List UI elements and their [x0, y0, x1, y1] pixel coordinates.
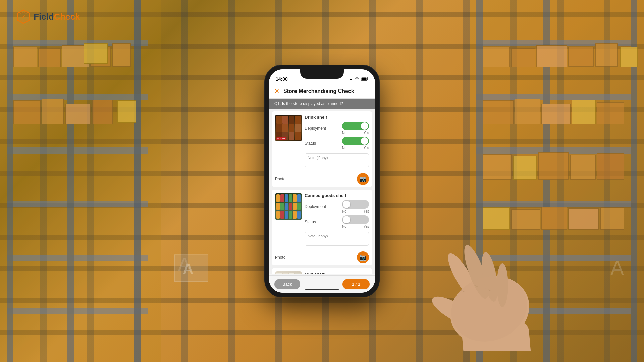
- svg-rect-16: [42, 99, 64, 124]
- drink-shelf-image: NESCAFÉ: [275, 115, 302, 141]
- svg-rect-8: [67, 0, 74, 362]
- status-no-drink: No: [342, 146, 346, 150]
- svg-rect-0: [0, 0, 161, 362]
- svg-rect-2: [7, 94, 148, 100]
- phone-notch: [300, 69, 344, 79]
- status-toggle-canned[interactable]: [342, 215, 369, 224]
- status-toggle-drink[interactable]: [342, 137, 369, 145]
- note-input-drink[interactable]: [305, 153, 369, 167]
- svg-rect-9: [134, 0, 141, 362]
- deployment-toggle-drink[interactable]: [342, 122, 369, 130]
- svg-rect-15: [13, 101, 40, 124]
- drink-shelf-card: NESCAFÉ Drink shelf Deployment: [272, 111, 372, 187]
- status-yes-drink: Yes: [364, 146, 369, 150]
- svg-rect-38: [515, 99, 540, 124]
- svg-text:A: A: [183, 261, 194, 277]
- note-input-canned[interactable]: [305, 232, 369, 246]
- svg-rect-29: [543, 0, 550, 362]
- phone-screen: 14:00 ▲: [269, 69, 375, 293]
- camera-icon-drink: 📷: [359, 175, 367, 183]
- svg-rect-1: [7, 40, 148, 46]
- canned-shelf-controls: Canned goods shelf Deployment: [305, 193, 369, 247]
- deployment-yes-drink: Yes: [364, 131, 369, 135]
- question-header: Q1. Is the store displayed as planned?: [269, 99, 375, 109]
- svg-rect-24: [476, 147, 631, 154]
- svg-rect-35: [595, 44, 617, 66]
- svg-rect-42: [483, 154, 512, 179]
- svg-rect-45: [570, 155, 595, 179]
- drink-shelf-controls: Drink shelf Deployment N: [305, 115, 369, 169]
- svg-rect-31: [483, 47, 510, 67]
- status-time: 14:00: [276, 76, 288, 82]
- svg-rect-6: [7, 308, 148, 314]
- photo-label-canned: Photo: [275, 255, 285, 260]
- svg-rect-60: [362, 77, 367, 80]
- status-yes-canned: Yes: [364, 225, 369, 228]
- status-no-canned: No: [342, 225, 346, 228]
- status-label-canned: Status: [305, 220, 316, 224]
- logo: ✓ FieldCheck: [16, 9, 80, 24]
- page-indicator: 1 / 1: [342, 279, 370, 289]
- svg-rect-46: [597, 154, 624, 179]
- svg-rect-49: [542, 207, 567, 230]
- svg-rect-48: [512, 209, 540, 230]
- svg-rect-47: [483, 208, 510, 230]
- svg-rect-21: [470, 0, 644, 362]
- app-header: ✕ Store Merchandising Check: [269, 84, 375, 99]
- status-icons: ▲: [349, 77, 368, 82]
- svg-rect-18: [92, 100, 112, 124]
- svg-rect-33: [537, 45, 567, 67]
- svg-rect-25: [476, 201, 631, 207]
- canned-shelf-image: [275, 193, 302, 220]
- svg-rect-54: [174, 255, 208, 282]
- content-scroll[interactable]: NESCAFÉ Drink shelf Deployment: [269, 109, 375, 274]
- svg-rect-37: [483, 101, 513, 124]
- status-label-drink: Status: [305, 141, 316, 146]
- svg-rect-50: [569, 208, 599, 230]
- svg-rect-20: [84, 44, 107, 64]
- svg-rect-5: [7, 255, 148, 261]
- logo-field-text: Field: [34, 12, 54, 22]
- svg-text:✓: ✓: [21, 14, 25, 19]
- milk-shelf-controls: Milk shelf Deployment No: [305, 272, 369, 274]
- back-button[interactable]: Back: [274, 279, 300, 289]
- svg-rect-32: [512, 49, 535, 67]
- nescafe-logo: NESCAFÉ: [276, 137, 286, 140]
- question-text: Q1. Is the store displayed as planned?: [274, 101, 343, 106]
- svg-rect-40: [572, 100, 595, 124]
- svg-rect-43: [513, 156, 537, 179]
- camera-button-canned[interactable]: 📷: [357, 251, 369, 263]
- home-indicator: [305, 289, 339, 290]
- camera-icon-canned: 📷: [359, 254, 367, 261]
- svg-rect-14: [112, 44, 131, 66]
- photo-row-drink: Photo 📷: [272, 171, 372, 187]
- phone-device: 14:00 ▲: [265, 65, 379, 297]
- svg-rect-3: [7, 147, 148, 154]
- photo-row-canned: Photo 📷: [272, 249, 372, 265]
- svg-rect-39: [542, 104, 570, 124]
- photo-label-drink: Photo: [275, 177, 285, 181]
- logo-icon: ✓: [16, 9, 31, 24]
- svg-rect-61: [368, 78, 368, 79]
- svg-rect-4: [7, 201, 148, 207]
- camera-button-drink[interactable]: 📷: [357, 173, 369, 185]
- deployment-label-canned: Deployment: [305, 204, 326, 209]
- drink-shelf-label: Drink shelf: [305, 115, 369, 120]
- milk-shelf-image: [275, 272, 302, 274]
- app-title: Store Merchandising Check: [283, 88, 354, 94]
- canned-shelf-card: Canned goods shelf Deployment: [272, 190, 372, 265]
- svg-rect-36: [621, 47, 637, 67]
- close-button[interactable]: ✕: [274, 87, 279, 95]
- wifi-icon: [355, 77, 359, 82]
- deployment-toggle-canned[interactable]: [342, 200, 369, 209]
- deployment-label-drink: Deployment: [305, 126, 326, 131]
- deployment-yes-canned: Yes: [364, 209, 369, 213]
- deployment-no-drink: No: [342, 131, 346, 135]
- battery-icon: [361, 77, 368, 82]
- svg-rect-11: [39, 49, 60, 67]
- svg-rect-41: [597, 102, 624, 124]
- svg-rect-51: [600, 208, 624, 230]
- signal-icon: ▲: [349, 77, 353, 81]
- svg-rect-19: [117, 101, 136, 122]
- svg-rect-13: [91, 47, 111, 66]
